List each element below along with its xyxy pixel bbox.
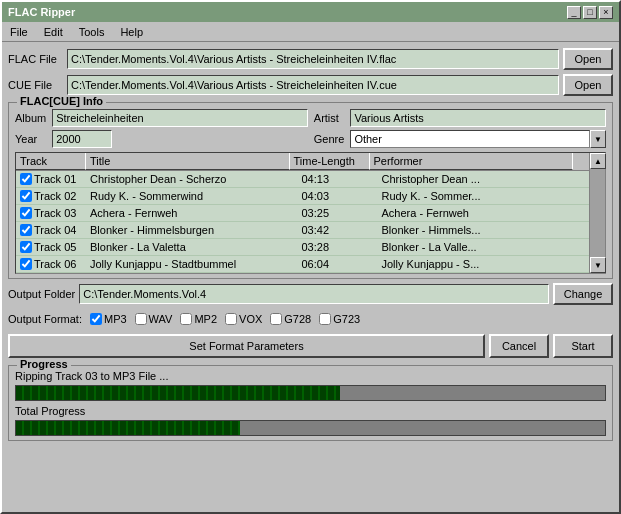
wav-checkbox[interactable] [135, 313, 147, 325]
col-time: Time-Length [290, 153, 370, 170]
track-02-checkbox[interactable] [20, 190, 32, 202]
album-label: Album [15, 112, 46, 124]
menu-edit[interactable]: Edit [40, 25, 67, 39]
info-group-label: FLAC[CUE] Info [17, 95, 106, 107]
track-cell: Track 02 [16, 188, 86, 204]
scroll-track [590, 169, 605, 257]
format-g723[interactable]: G723 [319, 313, 360, 325]
total-progress-bar [15, 420, 606, 436]
scroll-down-button[interactable]: ▼ [590, 257, 606, 273]
title-cell: Rudy K. - Sommerwind [86, 188, 298, 204]
genre-label: Genre [314, 133, 345, 145]
genre-dropdown-button[interactable]: ▼ [590, 130, 606, 148]
album-input[interactable] [52, 109, 308, 127]
vox-checkbox[interactable] [225, 313, 237, 325]
change-button[interactable]: Change [553, 283, 613, 305]
time-cell: 04:03 [298, 188, 378, 204]
g723-checkbox[interactable] [319, 313, 331, 325]
menu-file[interactable]: File [6, 25, 32, 39]
year-input[interactable] [52, 130, 112, 148]
menu-bar: File Edit Tools Help [2, 22, 619, 42]
cue-file-label: CUE File [8, 79, 63, 91]
table-row: Track 01 Christopher Dean - Scherzo 04:1… [16, 171, 589, 188]
track-cell: Track 06 [16, 256, 86, 272]
maximize-button[interactable]: □ [583, 6, 597, 19]
format-label: Output Format: [8, 313, 82, 325]
table-row: Track 04 Blonker - Himmelsburgen 03:42 B… [16, 222, 589, 239]
table-inner: Track Title Time-Length Performer Track … [16, 153, 589, 273]
output-folder-label: Output Folder [8, 288, 75, 300]
table-header: Track Title Time-Length Performer [16, 153, 589, 171]
flac-file-input[interactable] [67, 49, 559, 69]
action-row: Set Format Parameters Cancel Start [8, 333, 613, 359]
track-progress-bar [15, 385, 606, 401]
close-button[interactable]: × [599, 6, 613, 19]
col-performer: Performer [370, 153, 574, 170]
performer-cell: Blonker - La Valle... [378, 239, 590, 255]
title-cell: Blonker - La Valetta [86, 239, 298, 255]
main-window: FLAC Ripper _ □ × File Edit Tools Help F… [0, 0, 621, 514]
time-cell: 06:04 [298, 256, 378, 272]
menu-tools[interactable]: Tools [75, 25, 109, 39]
minimize-button[interactable]: _ [567, 6, 581, 19]
progress-track-text: Ripping Track 03 to MP3 File ... [15, 370, 606, 382]
table-row: Track 02 Rudy K. - Sommerwind 04:03 Rudy… [16, 188, 589, 205]
track-table-container: Track Title Time-Length Performer Track … [15, 152, 606, 274]
format-row: Output Format: MP3 WAV MP2 VOX [8, 309, 613, 329]
flac-open-button[interactable]: Open [563, 48, 613, 70]
cue-file-input[interactable] [67, 75, 559, 95]
format-mp3[interactable]: MP3 [90, 313, 127, 325]
table-scrollbar[interactable]: ▲ ▼ [589, 153, 605, 273]
title-cell: Blonker - Himmelsburgen [86, 222, 298, 238]
cancel-button[interactable]: Cancel [489, 334, 549, 358]
track-cell: Track 04 [16, 222, 86, 238]
g728-checkbox[interactable] [270, 313, 282, 325]
format-wav[interactable]: WAV [135, 313, 173, 325]
genre-input[interactable] [350, 130, 590, 148]
track-01-checkbox[interactable] [20, 173, 32, 185]
scroll-up-button[interactable]: ▲ [590, 153, 606, 169]
track-04-checkbox[interactable] [20, 224, 32, 236]
track-05-checkbox[interactable] [20, 241, 32, 253]
set-format-button[interactable]: Set Format Parameters [8, 334, 485, 358]
cue-file-row: CUE File Open [8, 74, 613, 96]
time-cell: 03:25 [298, 205, 378, 221]
performer-cell: Achera - Fernweh [378, 205, 590, 221]
table-row: Track 03 Achera - Fernweh 03:25 Achera -… [16, 205, 589, 222]
menu-help[interactable]: Help [116, 25, 147, 39]
flac-file-label: FLAC File [8, 53, 63, 65]
info-group: FLAC[CUE] Info Album Artist Year Genre ▼ [8, 102, 613, 279]
performer-cell: Christopher Dean ... [378, 171, 590, 187]
table-row: Track 05 Blonker - La Valetta 03:28 Blon… [16, 239, 589, 256]
title-bar-buttons: _ □ × [567, 6, 613, 19]
window-content: FLAC File Open CUE File Open FLAC[CUE] I… [2, 42, 619, 512]
window-title: FLAC Ripper [8, 6, 75, 18]
track-03-checkbox[interactable] [20, 207, 32, 219]
cue-open-button[interactable]: Open [563, 74, 613, 96]
title-cell: Jolly Kunjappu - Stadtbummel [86, 256, 298, 272]
mp2-checkbox[interactable] [180, 313, 192, 325]
content-area: FLAC File Open CUE File Open FLAC[CUE] I… [2, 42, 619, 512]
progress-group-label: Progress [17, 358, 71, 370]
format-mp2[interactable]: MP2 [180, 313, 217, 325]
col-track: Track [16, 153, 86, 170]
performer-cell: Rudy K. - Sommer... [378, 188, 590, 204]
time-cell: 03:42 [298, 222, 378, 238]
time-cell: 03:28 [298, 239, 378, 255]
start-button[interactable]: Start [553, 334, 613, 358]
mp3-checkbox[interactable] [90, 313, 102, 325]
output-folder-row: Output Folder Change [8, 283, 613, 305]
output-folder-input[interactable] [79, 284, 549, 304]
format-vox[interactable]: VOX [225, 313, 262, 325]
total-progress-label: Total Progress [15, 405, 606, 417]
progress-group: Progress Ripping Track 03 to MP3 File ..… [8, 365, 613, 441]
year-label: Year [15, 133, 46, 145]
info-grid: Album Artist Year Genre ▼ [15, 109, 606, 148]
title-cell: Christopher Dean - Scherzo [86, 171, 298, 187]
table-body: Track 01 Christopher Dean - Scherzo 04:1… [16, 171, 589, 273]
table-row: Track 06 Jolly Kunjappu - Stadtbummel 06… [16, 256, 589, 273]
artist-input[interactable] [350, 109, 606, 127]
track-06-checkbox[interactable] [20, 258, 32, 270]
format-g728[interactable]: G728 [270, 313, 311, 325]
track-progress-fill [16, 386, 340, 400]
